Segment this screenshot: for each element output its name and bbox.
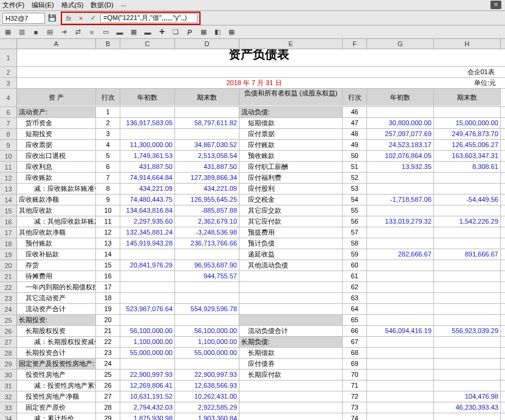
cell[interactable]: 长期投资合计 (17, 348, 96, 358)
cell[interactable]: 1,542,226.29 (434, 216, 501, 227)
table-row[interactable]: 13 减：应收账款坏账准备 8 434,221.09 434,221.09 应付… (0, 184, 505, 195)
cell[interactable]: 63 (343, 293, 367, 303)
cell[interactable] (434, 293, 501, 303)
col-header[interactable]: H (434, 39, 501, 49)
row-header[interactable]: 27 (0, 337, 17, 347)
cell[interactable]: 2,794,432.03 (120, 402, 175, 413)
cell[interactable] (367, 260, 434, 270)
cell[interactable]: 554,929,596.78 (175, 304, 239, 314)
row-header[interactable]: 30 (0, 370, 17, 380)
cell[interactable]: 74,480,443.75 (120, 195, 175, 205)
cell[interactable]: 应付票据 (239, 129, 343, 139)
row-header[interactable]: 2 (0, 67, 17, 77)
col-header[interactable]: A (17, 39, 96, 49)
cell[interactable]: 流动负债合计 (239, 326, 343, 336)
header-begin[interactable]: 年初数 (120, 89, 175, 106)
cell[interactable]: 55,000,000.00 (120, 348, 175, 358)
cell[interactable] (120, 249, 175, 260)
cell[interactable]: 递延收益 (239, 249, 343, 260)
row-header[interactable]: 15 (0, 205, 17, 216)
cell[interactable]: 23 (96, 348, 120, 358)
row-header[interactable]: 10 (0, 151, 17, 161)
tool-icon[interactable]: ▦ (129, 27, 138, 36)
cell[interactable]: 4 (96, 140, 120, 150)
table-row[interactable]: 28 长期投资合计 23 55,000,000.00 55,000,000.00… (0, 348, 505, 359)
fx-icon[interactable]: fx (64, 13, 74, 23)
cell[interactable]: 61 (343, 271, 367, 281)
cell[interactable]: 18 (96, 293, 120, 303)
tool-icon[interactable]: ≡ (88, 27, 96, 36)
cell[interactable]: 12 (96, 227, 120, 238)
cell[interactable]: 34,867,030.52 (175, 140, 239, 150)
cell[interactable]: 长期借款 (239, 348, 343, 358)
cell[interactable]: 其它流动资产 (17, 293, 96, 303)
header-row2[interactable]: 行次 (343, 89, 367, 106)
tool-icon[interactable]: ▤ (46, 27, 54, 36)
cell[interactable]: 16 (96, 271, 120, 281)
cell[interactable]: 53 (343, 184, 367, 194)
cell[interactable] (367, 402, 434, 413)
cell[interactable]: 434,221.09 (175, 184, 239, 194)
cell[interactable] (434, 107, 501, 117)
cell[interactable] (367, 391, 434, 402)
header-begin2[interactable]: 年初数 (367, 89, 434, 106)
header-liab[interactable]: 负债和所有者权益 (或股东权益) (239, 89, 343, 106)
tool-icon[interactable]: ▥ (18, 27, 26, 36)
row-header[interactable]: 32 (0, 391, 17, 402)
cell[interactable]: 待摊费用 (17, 271, 96, 281)
cell[interactable]: 应收出口退税 (17, 151, 96, 161)
row-header[interactable]: 25 (0, 315, 17, 325)
row-header[interactable]: 3 (0, 78, 17, 88)
cell[interactable]: 存货 (17, 260, 96, 270)
cell[interactable]: 10,262,431.00 (175, 391, 239, 402)
cell[interactable] (367, 271, 434, 281)
cell[interactable]: 2 (96, 118, 120, 128)
table-row[interactable]: 31 减：投资性房地产累计折旧 26 12,269,806.41 12,638,… (0, 380, 505, 391)
cell[interactable]: 1.875.930.98 (120, 413, 175, 420)
cell[interactable] (175, 293, 239, 303)
tool-icon[interactable]: ■ (32, 27, 40, 36)
cell[interactable]: 3 (96, 129, 120, 139)
table-row[interactable]: 34 减：累计折价 29 1.875.930.98 1.903.360.84 7… (0, 413, 505, 420)
formula-input[interactable]: =QM("1221",月,"借",,,,,,"y",,) (100, 13, 198, 23)
cell[interactable] (239, 391, 343, 402)
row-header[interactable]: 6 (0, 107, 17, 117)
table-row[interactable]: 16 减：其他应收款坏账准备 11 2,297,935.60 2,362,679… (0, 216, 505, 227)
report-date[interactable]: 2018 年 7 月 31 日 (102, 78, 406, 88)
table-row[interactable]: 25 长期投资: 20 65 (0, 315, 505, 326)
cell[interactable] (239, 380, 343, 391)
cell[interactable] (434, 304, 501, 314)
col-header[interactable]: B (96, 39, 120, 49)
tool-icon[interactable]: ▬ (115, 27, 124, 36)
cell[interactable]: 应付债券 (239, 359, 343, 369)
cell[interactable]: 127,389,866.34 (175, 173, 239, 183)
cell[interactable]: 6 (96, 162, 120, 172)
table-row[interactable]: 24 流动资产合计 19 523,987,076.64 554,929,596.… (0, 304, 505, 315)
cell[interactable]: 应付福利费 (239, 173, 343, 183)
cell[interactable]: 26 (96, 380, 120, 391)
cell[interactable]: 67 (343, 337, 367, 347)
cell[interactable]: 96,953,687.90 (175, 260, 239, 270)
cell[interactable]: 25 (96, 370, 120, 380)
table-row[interactable]: 7 货币资金 2 136,917,583.05 58,797,611.82 短期… (0, 118, 505, 129)
cell[interactable]: 10,631,191.52 (120, 391, 175, 402)
cell[interactable]: 2,513,058.54 (175, 151, 239, 161)
cell[interactable] (175, 249, 239, 260)
cell[interactable] (175, 315, 239, 325)
cell[interactable]: 22 (96, 337, 120, 347)
menu-edit[interactable]: 编辑(E) (32, 1, 54, 10)
cell[interactable]: 431,887.50 (175, 162, 239, 172)
cell[interactable]: 预付账款 (17, 238, 96, 249)
table-row[interactable]: 14 应收账款净额 9 74,480,443.75 126,955,645.25… (0, 195, 505, 205)
cell[interactable] (239, 293, 343, 303)
cell[interactable] (175, 282, 239, 292)
menu-data[interactable]: 数据(D) (91, 1, 113, 10)
row-header[interactable]: 24 (0, 304, 17, 314)
row-header[interactable]: 21 (0, 271, 17, 281)
cell[interactable]: 9 (96, 195, 120, 205)
cell[interactable]: 应收账款 (17, 173, 96, 183)
cell[interactable] (239, 315, 343, 325)
cell[interactable]: 52 (343, 173, 367, 183)
cell[interactable] (239, 282, 343, 292)
cell[interactable]: 流动资产合计 (17, 304, 96, 314)
